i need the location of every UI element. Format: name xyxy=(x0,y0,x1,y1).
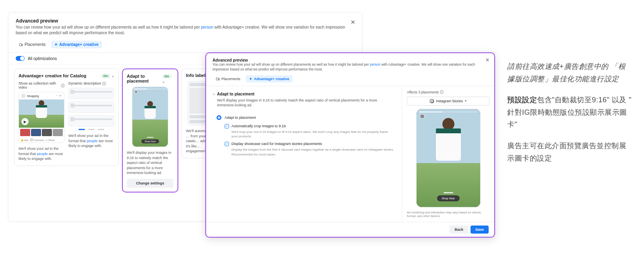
people-link[interactable]: people xyxy=(37,152,48,156)
catalog-title: Advantage+ creative for Catalog xyxy=(19,73,86,78)
all-opts-label: All optimizations xyxy=(28,56,57,61)
dialog-description: You can review how your ad will show up … xyxy=(213,62,488,72)
svg-rect-3 xyxy=(219,79,220,80)
chevron-down-icon[interactable]: ⌄ xyxy=(111,74,114,78)
catalog-card: Advantage+ creative for Catalog On ⌄ Sho… xyxy=(14,68,119,166)
sparkle-icon: ✦ xyxy=(54,42,58,47)
adapt-desc: We'll display your images in 9:16 to nat… xyxy=(127,150,173,176)
adapt-title: Adapt to placement xyxy=(127,74,162,83)
info-icon[interactable]: i xyxy=(102,82,106,85)
panel-description: You can review how your ad will show up … xyxy=(16,25,355,36)
annotation-2: 預設設定包含"自動裁切至9:16" 以及 " 針對IG限時動態版位預設顯示展示圖… xyxy=(507,94,632,131)
people-link[interactable]: people xyxy=(87,139,98,143)
shop-now-button: Shop Now xyxy=(437,195,459,201)
dialog-preview-pane: Affects 3 placementsi Instagram Stories … xyxy=(402,86,494,222)
tab-placements[interactable]: Placements xyxy=(213,75,244,83)
check-label: Display showcase card for Instagram stor… xyxy=(231,142,322,146)
back-chevron-icon[interactable]: ‹ xyxy=(213,92,215,96)
svg-rect-0 xyxy=(19,43,21,46)
annotation-block: 請前往高效速成+廣告創意中的 「根據版位調整」最佳化功能進行設定 預設設定包含"… xyxy=(507,60,632,173)
dialog-settings-pane: ‹ Adapt to placement We'll display your … xyxy=(206,86,402,222)
close-icon[interactable]: ✕ xyxy=(351,19,355,25)
dialog-footer: Back Save xyxy=(206,222,494,237)
close-icon[interactable]: ✕ xyxy=(485,57,489,63)
back-button[interactable]: Back xyxy=(450,226,468,234)
info-icon[interactable]: i xyxy=(61,84,64,87)
dialog-title: Advanced preview xyxy=(213,58,488,62)
panel-header: Advanced preview You can review how your… xyxy=(8,12,362,39)
chevron-down-icon: ▾ xyxy=(465,99,466,103)
instagram-icon xyxy=(430,99,434,103)
adapt-radio-row[interactable]: Adapt to placement xyxy=(217,115,394,120)
check-desc: We'll crop your non-9:16 images to fit 9… xyxy=(231,130,394,139)
sparkle-icon: ✦ xyxy=(249,77,252,81)
auto-crop-checkbox-row[interactable]: ✓Automatically crop images to 9:16 We'll… xyxy=(225,124,394,139)
tab-advantage-creative[interactable]: ✦Advantage+ creative xyxy=(246,75,293,83)
affects-label: Affects 3 placementsi xyxy=(407,90,489,94)
dialog-tabs: Placements ✦Advantage+ creative xyxy=(206,75,494,86)
info-title: Info labels xyxy=(186,73,208,78)
radio-on-icon xyxy=(217,115,221,120)
on-pill: On xyxy=(101,74,110,78)
panel-title: Advanced preview xyxy=(16,18,355,24)
disclaimer-text: Ad rendering and interaction may vary ba… xyxy=(407,207,489,218)
panel-tabs: Placements ✦Advantage+ creative xyxy=(8,39,362,53)
description-mock xyxy=(68,88,114,99)
svg-rect-1 xyxy=(22,44,23,46)
all-opts-toggle[interactable] xyxy=(16,56,25,61)
fb-collection-preview: Shopping··· ✕ ▶ 👍 Like💬 Comment↪ Share xyxy=(19,92,64,143)
checkbox-on-icon: ✓ xyxy=(225,124,229,128)
placement-selector[interactable]: Instagram Stories ▾ xyxy=(407,97,489,106)
play-icon: ▶ xyxy=(21,118,29,125)
adapt-to-placement-card: Adapt to placement On ⌄ Shop Now We'll d… xyxy=(122,68,178,192)
check-label: Automatically crop images to 9:16 xyxy=(231,124,286,128)
description-mock xyxy=(68,101,114,113)
description-mock xyxy=(68,115,114,126)
tab-advantage-creative[interactable]: ✦Advantage+ creative xyxy=(51,41,102,48)
story-preview-mini: Shop Now xyxy=(132,87,168,147)
chevron-down-icon[interactable]: ⌄ xyxy=(162,80,165,83)
story-preview-large: Shop Now xyxy=(416,109,481,207)
dialog-header: Advanced preview You can review how your… xyxy=(206,53,494,75)
radio-label: Adapt to placement xyxy=(225,116,256,120)
info-icon[interactable]: i xyxy=(440,90,444,94)
check-desc: Display the images from the first 4 caro… xyxy=(231,147,394,156)
person-link[interactable]: person xyxy=(370,62,380,66)
section-subtitle: We'll display your images in 9:16 to nat… xyxy=(217,98,394,108)
change-settings-button[interactable]: Change settings xyxy=(127,179,173,188)
on-pill: On xyxy=(162,74,171,79)
tab-placements[interactable]: Placements xyxy=(16,41,49,48)
checkbox-on-icon: ✓ xyxy=(225,142,229,146)
annotation-3: 廣告主可在此介面預覽廣告並控制展示圖卡的設定 xyxy=(507,140,632,164)
carousel-indicator xyxy=(68,129,114,130)
adapt-settings-dialog: Advanced preview You can review how your… xyxy=(205,52,495,238)
showcase-checkbox-row[interactable]: ✓Display showcase card for Instagram sto… xyxy=(225,142,394,156)
annotation-1: 請前往高效速成+廣告創意中的 「根據版位調整」最佳化功能進行設定 xyxy=(507,60,632,85)
svg-rect-2 xyxy=(216,78,218,80)
person-link[interactable]: person xyxy=(201,25,213,29)
section-title: Adapt to placement xyxy=(217,92,394,96)
save-button[interactable]: Save xyxy=(471,226,489,234)
